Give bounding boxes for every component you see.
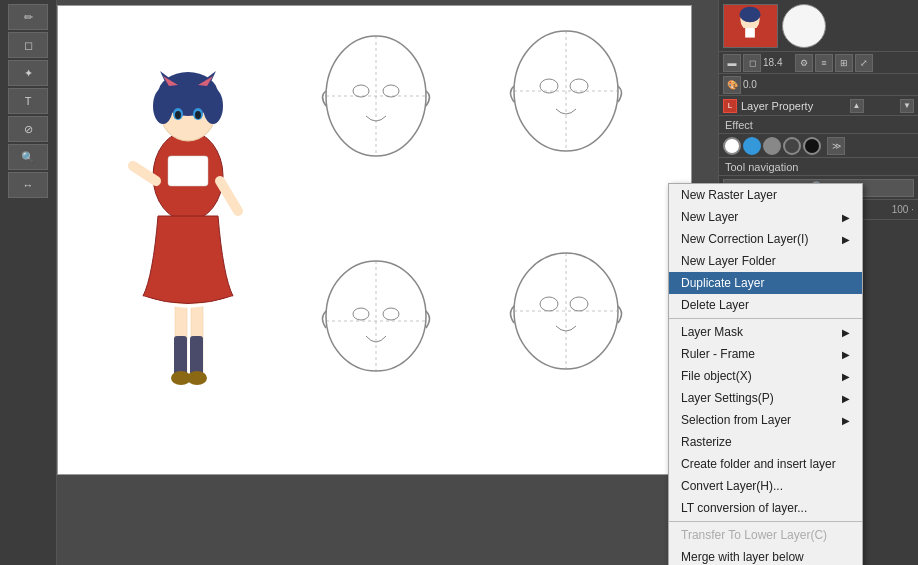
menu-item-label: Rasterize: [681, 435, 732, 449]
menu-item-new-layer[interactable]: New Layer▶: [669, 206, 862, 228]
menu-item-ruler-frame[interactable]: Ruler - Frame▶: [669, 343, 862, 365]
menu-item-label: Layer Mask: [681, 325, 743, 339]
svg-rect-46: [745, 27, 755, 37]
effect-row: Effect: [719, 116, 918, 134]
menu-item-delete-layer[interactable]: Delete Layer: [669, 294, 862, 316]
menu-item-new-raster-layer[interactable]: New Raster Layer: [669, 184, 862, 206]
menu-item-rasterize[interactable]: Rasterize: [669, 431, 862, 453]
color-btn-blue[interactable]: [743, 137, 761, 155]
menu-item-label: Convert Layer(H)...: [681, 479, 783, 493]
svg-rect-1: [168, 156, 208, 186]
menu-item-label: New Layer Folder: [681, 254, 776, 268]
layer-thumbnail-character: [723, 4, 778, 48]
tool-btn-4[interactable]: T: [8, 88, 48, 114]
svg-point-36: [383, 308, 399, 320]
grid-icon[interactable]: ⊞: [835, 54, 853, 72]
svg-point-40: [540, 297, 558, 311]
tool-btn-5[interactable]: ⊘: [8, 116, 48, 142]
color-extra-icon[interactable]: ≫: [827, 137, 845, 155]
layer-property-label: Layer Property: [741, 100, 813, 112]
menu-item-label: Delete Layer: [681, 298, 749, 312]
zoom-value: 100 ·: [892, 204, 914, 215]
svg-rect-17: [190, 336, 203, 376]
svg-point-12: [175, 111, 181, 119]
layer-property-bar: L Layer Property ▲ ▼: [719, 96, 918, 116]
svg-point-30: [570, 79, 588, 93]
layer-prop-btn-2[interactable]: ▼: [900, 99, 914, 113]
menu-item-create-folder-insert-layer[interactable]: Create folder and insert layer: [669, 453, 862, 475]
menu-item-label: Merge with layer below: [681, 550, 804, 564]
svg-point-41: [570, 297, 588, 311]
submenu-arrow-icon: ▶: [842, 371, 850, 382]
left-toolbar: ✏ ◻ ✦ T ⊘ 🔍 ↔: [0, 0, 57, 565]
menu-item-lt-conversion[interactable]: LT conversion of layer...: [669, 497, 862, 519]
svg-point-25: [353, 85, 369, 97]
submenu-arrow-icon: ▶: [842, 393, 850, 404]
layer-thumbnail-circle: [782, 4, 826, 48]
effect-label: Effect: [725, 119, 753, 131]
eraser-tool-icon[interactable]: ◻: [743, 54, 761, 72]
menu-item-label: New Layer: [681, 210, 738, 224]
tool-btn-2[interactable]: ◻: [8, 32, 48, 58]
menu-item-layer-settings[interactable]: Layer Settings(P)▶: [669, 387, 862, 409]
layer-prop-icon: L: [723, 99, 737, 113]
svg-point-44: [739, 6, 760, 21]
menu-item-duplicate-layer[interactable]: Duplicate Layer: [669, 272, 862, 294]
tool-btn-6[interactable]: 🔍: [8, 144, 48, 170]
head-sketches: [301, 26, 661, 466]
context-menu: New Raster LayerNew Layer▶New Correction…: [668, 183, 863, 565]
color-icon[interactable]: 🎨: [723, 76, 741, 94]
menu-item-merge-with-layer-below[interactable]: Merge with layer below: [669, 546, 862, 565]
menu-item-label: File object(X): [681, 369, 752, 383]
menu-item-label: Selection from Layer: [681, 413, 791, 427]
submenu-arrow-icon: ▶: [842, 415, 850, 426]
menu-item-label: New Correction Layer(I): [681, 232, 808, 246]
submenu-arrow-icon: ▶: [842, 234, 850, 245]
menu-item-label: Transfer To Lower Layer(C): [681, 528, 827, 542]
toolbar-row-2: 🎨 0.0: [719, 74, 918, 96]
canvas-area: [57, 5, 692, 475]
menu-item-file-object[interactable]: File object(X)▶: [669, 365, 862, 387]
submenu-arrow-icon: ▶: [842, 327, 850, 338]
tool-value-1: 18.4: [763, 57, 793, 68]
svg-point-35: [353, 308, 369, 320]
settings-icon[interactable]: ⚙: [795, 54, 813, 72]
menu-item-convert-layer[interactable]: Convert Layer(H)...: [669, 475, 862, 497]
options-icon[interactable]: ≡: [815, 54, 833, 72]
menu-item-transfer-to-lower: Transfer To Lower Layer(C): [669, 524, 862, 546]
menu-item-label: LT conversion of layer...: [681, 501, 807, 515]
color-btn-gray[interactable]: [763, 137, 781, 155]
menu-item-layer-mask[interactable]: Layer Mask▶: [669, 321, 862, 343]
menu-separator: [669, 521, 862, 522]
svg-line-20: [133, 166, 156, 181]
svg-point-5: [203, 88, 223, 124]
brush-tool-icon[interactable]: ▬: [723, 54, 741, 72]
tool-nav-row: Tool navigation: [719, 158, 918, 176]
svg-point-26: [383, 85, 399, 97]
color-btn-white[interactable]: [723, 137, 741, 155]
menu-separator: [669, 318, 862, 319]
menu-item-label: Layer Settings(P): [681, 391, 774, 405]
thumbnail-row: [719, 0, 918, 52]
color-btn-black[interactable]: [803, 137, 821, 155]
tool-btn-3[interactable]: ✦: [8, 60, 48, 86]
svg-line-21: [220, 181, 238, 211]
menu-item-new-correction-layer[interactable]: New Correction Layer(I)▶: [669, 228, 862, 250]
tool-btn-7[interactable]: ↔: [8, 172, 48, 198]
submenu-arrow-icon: ▶: [842, 212, 850, 223]
tool-btn-1[interactable]: ✏: [8, 4, 48, 30]
menu-item-selection-from-layer[interactable]: Selection from Layer▶: [669, 409, 862, 431]
tool-navigation-label: Tool navigation: [725, 161, 798, 173]
menu-item-label: Create folder and insert layer: [681, 457, 836, 471]
layer-prop-btn-1[interactable]: ▲: [850, 99, 864, 113]
color-btn-dark[interactable]: [783, 137, 801, 155]
color-mode-row: ≫: [719, 134, 918, 158]
toolbar-row-1: ▬ ◻ 18.4 ⚙ ≡ ⊞ ⤢: [719, 52, 918, 74]
menu-item-label: Ruler - Frame: [681, 347, 755, 361]
svg-point-13: [195, 111, 201, 119]
tool-value-2: 0.0: [743, 79, 773, 90]
menu-item-new-layer-folder[interactable]: New Layer Folder: [669, 250, 862, 272]
svg-point-19: [187, 371, 207, 385]
svg-rect-16: [174, 336, 187, 376]
expand-icon[interactable]: ⤢: [855, 54, 873, 72]
